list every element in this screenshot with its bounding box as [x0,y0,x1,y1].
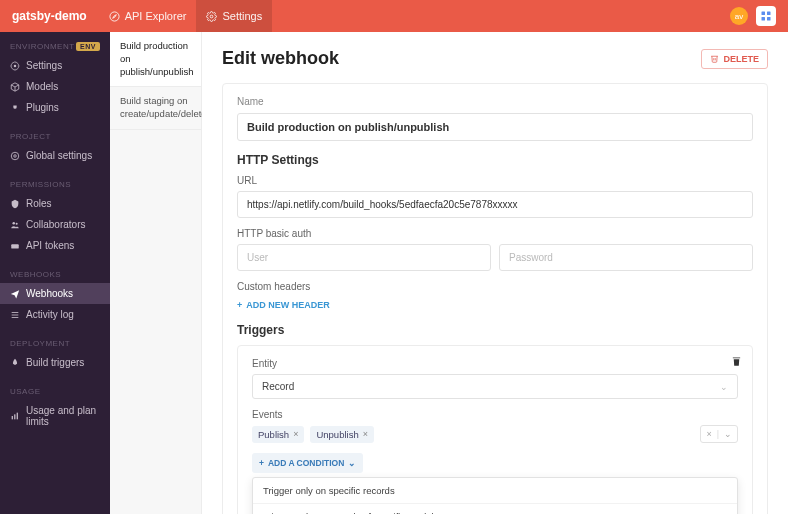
chevron-down-icon: ⌄ [720,382,728,392]
topnav-label: API Explorer [125,10,187,22]
shield-icon [10,199,20,209]
svg-rect-18 [17,413,18,420]
topbar: gatsby-demo API Explorer Settings av [0,0,788,32]
svg-rect-17 [14,414,15,419]
sidebar-item-settings[interactable]: Settings [0,55,110,76]
plus-icon: + [259,458,264,468]
entity-select[interactable]: Record ⌄ [252,374,738,399]
sidebar-item-build-triggers[interactable]: Build triggers [0,352,110,373]
chart-icon [10,411,20,421]
svg-rect-3 [762,12,766,16]
http-settings-title: HTTP Settings [237,153,753,167]
chevron-down-icon[interactable]: ⌄ [724,429,732,439]
app-switcher-button[interactable] [756,6,776,26]
webhooks-list: Build production on publish/unpublish Bu… [110,32,202,514]
add-header-button[interactable]: + ADD NEW HEADER [237,300,330,310]
sidebar-item-collaborators[interactable]: Collaborators [0,214,110,235]
clear-icon[interactable]: × [706,429,711,439]
sidebar-item-api-tokens[interactable]: API tokens [0,235,110,256]
svg-rect-16 [12,416,13,419]
condition-dropdown: Trigger only on specific records Trigger… [252,477,738,514]
entity-label: Entity [252,358,738,369]
topnav-label: Settings [222,10,262,22]
svg-point-2 [211,15,214,18]
remove-tag-button[interactable]: × [363,429,368,439]
send-icon [10,289,20,299]
sidebar-item-models[interactable]: Models [0,76,110,97]
svg-rect-12 [11,244,19,248]
events-label: Events [252,409,738,420]
sidebar: ENVIRONMENT ENV Settings Models Plugins … [0,32,110,514]
remove-tag-button[interactable]: × [293,429,298,439]
sidebar-item-activity-log[interactable]: Activity log [0,304,110,325]
svg-point-8 [14,154,17,157]
custom-headers-label: Custom headers [237,281,753,292]
svg-point-7 [14,64,17,67]
trigger-card: Entity Record ⌄ Events Publish × [237,345,753,514]
page-title: Edit webhook [222,48,339,69]
condition-option[interactable]: Trigger only on records of specific mode… [253,504,737,514]
users-icon [10,220,20,230]
sidebar-item-usage[interactable]: Usage and plan limits [0,400,110,432]
svg-marker-1 [112,14,116,18]
plus-icon: + [237,300,242,310]
svg-rect-5 [762,17,766,21]
topnav-api-explorer[interactable]: API Explorer [99,0,197,32]
event-tag: Unpublish × [310,426,374,443]
event-tag: Publish × [252,426,304,443]
sidebar-section-deployment: DEPLOYMENT [0,335,110,352]
sidebar-item-roles[interactable]: Roles [0,193,110,214]
cube-icon [10,82,20,92]
key-icon [10,241,20,251]
remove-trigger-button[interactable] [731,356,742,367]
sidebar-item-webhooks[interactable]: Webhooks [0,283,110,304]
webhook-list-item[interactable]: Build staging on create/update/delete [110,87,201,130]
gear-icon [10,151,20,161]
rocket-icon [10,358,20,368]
svg-point-10 [13,222,16,225]
sidebar-item-global-settings[interactable]: Global settings [0,145,110,166]
add-condition-button[interactable]: + ADD A CONDITION ⌄ [252,453,363,473]
sidebar-section-webhooks: WEBHOOKS [0,266,110,283]
name-input[interactable] [237,113,753,141]
svg-point-11 [16,222,18,224]
svg-point-0 [110,11,119,20]
url-label: URL [237,175,753,186]
trash-icon [710,54,719,63]
env-badge: ENV [76,42,100,51]
list-icon [10,310,20,320]
sidebar-section-project: PROJECT [0,128,110,145]
basic-auth-label: HTTP basic auth [237,228,753,239]
main-content: Edit webhook DELETE Name HTTP Settings U… [202,32,788,514]
condition-option[interactable]: Trigger only on specific records [253,478,737,504]
plug-icon [10,103,20,113]
sidebar-section-environment: ENVIRONMENT ENV [0,38,110,55]
brand[interactable]: gatsby-demo [12,9,87,23]
topnav-settings[interactable]: Settings [196,0,272,32]
sidebar-section-usage: USAGE [0,383,110,400]
form-panel: Name HTTP Settings URL HTTP basic auth C… [222,83,768,514]
compass-icon [109,11,120,22]
basic-auth-user-input[interactable] [237,244,491,271]
svg-rect-4 [767,12,771,16]
webhook-list-item[interactable]: Build production on publish/unpublish [110,32,201,87]
sidebar-section-permissions: PERMISSIONS [0,176,110,193]
delete-button[interactable]: DELETE [701,49,768,69]
url-input[interactable] [237,191,753,218]
svg-point-9 [11,152,19,160]
gear-icon [206,11,217,22]
svg-rect-6 [767,17,771,21]
sidebar-item-plugins[interactable]: Plugins [0,97,110,118]
triggers-title: Triggers [237,323,753,337]
name-label: Name [237,96,753,107]
chevron-down-icon: ⌄ [348,458,356,468]
avatar[interactable]: av [730,7,748,25]
gear-icon [10,61,20,71]
events-select-controls[interactable]: × | ⌄ [700,425,738,443]
basic-auth-password-input[interactable] [499,244,753,271]
